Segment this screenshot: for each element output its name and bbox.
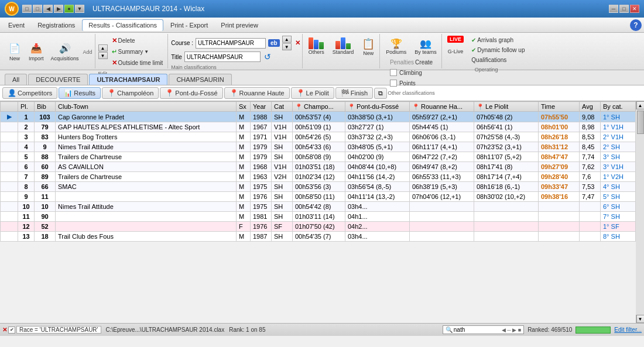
menu-registrations[interactable]: Registrations [32, 20, 81, 30]
win-btn-2[interactable]: □ [33, 5, 42, 13]
title-input[interactable] [184, 51, 261, 62]
table-row[interactable]: 3 83 Hunters Bog Trotters M 1971 V1H 00h… [1, 132, 636, 142]
col-pl-header[interactable]: Pl. [18, 102, 35, 112]
scroll-thumb[interactable] [637, 111, 644, 134]
col-sx[interactable]: Sx [237, 102, 251, 112]
class-new-button[interactable]: 📋 New [359, 36, 378, 58]
col-piolit[interactable]: 📍 Le Piolit [474, 102, 539, 112]
new-button[interactable]: 📄 New [5, 39, 25, 64]
col-bib[interactable]: Bib [35, 102, 56, 112]
window-controls[interactable]: ─ □ ✕ [609, 5, 639, 13]
col-cat[interactable]: Cat [272, 102, 293, 112]
col-avg[interactable]: Avg [580, 102, 601, 112]
minimize-button[interactable]: ─ [609, 5, 618, 13]
menu-results[interactable]: Results - Classifications [82, 19, 163, 31]
table-row[interactable]: 11 90 M 1981 SH 01h03'11 (14) 04h1... 7°… [1, 212, 636, 222]
col-time[interactable]: Time [539, 102, 580, 112]
tab-all[interactable]: All [5, 74, 27, 85]
scroll-down-button[interactable]: ▼ [636, 315, 645, 323]
col-pont[interactable]: 📍 Pont-du-Fossé [345, 102, 410, 112]
col-champo[interactable]: 📍 Champo... [293, 102, 345, 112]
podiums-button[interactable]: 🏆 Podiums [383, 36, 409, 57]
maximize-button[interactable]: □ [619, 5, 629, 13]
outside-time-button[interactable]: ✕ Outside time limit [109, 58, 166, 68]
row-champo: 00h53'56 (3) [293, 182, 345, 192]
subtab-finish[interactable]: 🏁 Finish [335, 87, 373, 99]
subtab-rouanne-haute[interactable]: 📍 Rouanne Haute [224, 87, 290, 99]
others-button[interactable]: Others [306, 36, 327, 57]
import-button[interactable]: 📥 Import [26, 39, 47, 64]
subtab-results[interactable]: 📊 Results [59, 87, 101, 99]
by-teams-button[interactable]: 👥 By teams [412, 36, 440, 57]
acquisitions-button[interactable]: 🔊 Acquisitions [48, 39, 82, 64]
standard-button[interactable]: Standard [330, 36, 357, 57]
subtab-pont-du-fosse[interactable]: 📍 Pont-du-Fossé [160, 87, 222, 99]
arrivals-graph-button[interactable]: ✔ Arrivals graph [468, 36, 527, 44]
col-bycat[interactable]: By cat. [601, 102, 636, 112]
close-button[interactable]: ✕ [630, 5, 639, 13]
search-input[interactable] [454, 327, 501, 333]
row-pont: 03h37'32 (2,+3) [345, 132, 410, 142]
menu-event[interactable]: Event [2, 20, 30, 30]
table-row[interactable]: 12 52 F 1976 SF 01h07'50 (42) 04h2... 1°… [1, 222, 636, 232]
summary-dropdown-icon[interactable]: ▼ [144, 49, 149, 54]
table-row[interactable]: ▶ 1 103 Cap Garonne le Pradet M 1988 SH … [1, 112, 636, 122]
table-row[interactable]: 13 18 Trail Club des Fous M 1987 SH 00h5… [1, 232, 636, 242]
table-row[interactable]: 9 11 M 1976 SH 00h58'50 (11) 04h11'14 (1… [1, 192, 636, 202]
points-button[interactable]: Points [387, 78, 436, 88]
col-year[interactable]: Year [251, 102, 272, 112]
g-live-button[interactable]: G-Live [445, 44, 467, 59]
row-year: 1979 [251, 152, 272, 162]
win-btn-3[interactable]: ◀ [43, 5, 53, 13]
table-row[interactable]: 4 9 Nimes Trail Attitude M 1979 SH 00h54… [1, 142, 636, 152]
table-row[interactable]: 6 60 AS CAVAILLON M 1968 V1H 01h03'51 (1… [1, 162, 636, 172]
col-club[interactable]: Club-Town [56, 102, 237, 112]
results-icon: 📊 [64, 89, 73, 97]
scroll-up-button[interactable]: ▲ [636, 101, 645, 109]
subtab-competitors[interactable]: 👤 Competitors [2, 87, 57, 99]
win-btn-4[interactable]: ▶ [54, 5, 63, 13]
col-rouanne[interactable]: 📍 Rouanne Ha... [410, 102, 474, 112]
edit-filter-link[interactable]: Edit filter... [614, 327, 642, 333]
delete-button[interactable]: ✕ Delete [109, 36, 166, 46]
tab-champsaurin[interactable]: CHAMPSAURIN [169, 74, 231, 85]
summary-button[interactable]: ↵ Summary ▼ [109, 47, 166, 57]
subtab-le-piolit[interactable]: 📍 Le Piolit [291, 87, 334, 99]
penalties-button[interactable]: Penalties Create [387, 58, 436, 67]
table-row[interactable]: 10 10 Nimes Trail Attitude M 1975 SH 00h… [1, 202, 636, 212]
qualifications-button[interactable]: Qualifications [468, 56, 527, 64]
dynamic-follow-button[interactable]: ✔ Dynamic follow up [468, 46, 527, 54]
win-btn-6[interactable]: ▼ [75, 5, 84, 13]
tab-decouverte[interactable]: DECOUVERTE [28, 74, 88, 85]
help-button[interactable]: ? [630, 19, 642, 31]
search-controls[interactable]: ◀ ─ ▶ ■ [502, 327, 521, 333]
row-bib: 90 [35, 212, 56, 222]
row-club: Hunters Bog Trotters [56, 132, 237, 142]
win-btn-5[interactable]: ● [64, 5, 74, 13]
move-up-button[interactable]: ▲ [98, 44, 108, 51]
table-row[interactable]: 7 89 Trailers de Chartreuse M 1963 V2H 0… [1, 172, 636, 182]
filter-checkbox[interactable]: ✔ [8, 327, 15, 334]
row-pl: 5 [18, 152, 35, 162]
course-input[interactable] [196, 38, 266, 49]
menu-print-export[interactable]: Print - Export [165, 20, 214, 30]
row-pont: 03h4... [345, 232, 410, 242]
climbing-button[interactable]: Climbing [387, 68, 436, 77]
tab-ultrachampsaur[interactable]: ULTRACHAMPSAUR [89, 74, 167, 85]
table-row[interactable]: 2 79 GAP HAUTES ALPES ATHLETISME - Altec… [1, 122, 636, 132]
vertical-scrollbar[interactable]: ▲ ▼ [636, 101, 644, 323]
window-controls-left[interactable]: □ □ ◀ ▶ ● ▼ [22, 5, 84, 13]
copy-button[interactable]: ⧉ [374, 88, 387, 99]
course-delete-icon[interactable]: ✕ [295, 39, 300, 47]
course-up-btn[interactable]: ▲ [282, 36, 292, 43]
refresh-icon[interactable]: ↺ [264, 52, 271, 61]
filter-remove-button[interactable]: ✕ [2, 327, 7, 333]
menu-print-preview[interactable]: Print preview [215, 20, 264, 30]
move-down-button[interactable]: ▼ [98, 52, 108, 59]
table-row[interactable]: 5 88 Trailers de Chartreuse M 1979 SH 00… [1, 152, 636, 162]
row-bycat: 6° SH [601, 202, 636, 212]
table-row[interactable]: 8 66 SMAC M 1975 SH 00h53'56 (3) 03h56'5… [1, 182, 636, 192]
subtab-champoleon[interactable]: 📍 Champoléon [102, 87, 159, 99]
course-down-btn[interactable]: ▼ [282, 43, 292, 50]
win-btn-1[interactable]: □ [22, 5, 32, 13]
